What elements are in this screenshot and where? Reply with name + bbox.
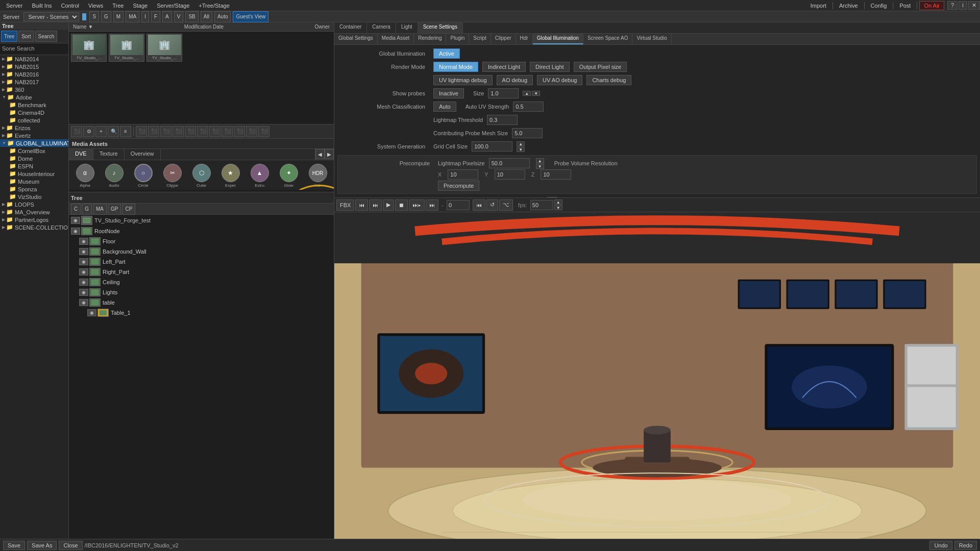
probe-x-value[interactable] (448, 169, 478, 180)
tree-item-scene-collection[interactable]: ▶📁SCENE-COLLECTION (0, 223, 68, 231)
anim-frame-controls[interactable]: ⏮ (473, 199, 485, 211)
show-probes-btn[interactable]: Inactive (433, 88, 464, 98)
tree-item-360[interactable]: ▶📁360 (0, 86, 68, 93)
anim-prev-start-btn[interactable]: ⏮ (355, 199, 368, 211)
auto-btn[interactable]: Auto (214, 11, 231, 22)
lightmap-px-value[interactable] (489, 158, 530, 168)
anim-fps-down-btn[interactable]: ▼ (554, 205, 562, 210)
st-tab-cp[interactable]: GP (108, 204, 121, 215)
tree-item-erizos[interactable]: ▶📁Erizos (0, 124, 68, 132)
stab-screen-space-ao[interactable]: Screen Space AO (583, 34, 633, 44)
st-item-background_wall[interactable]: ◉ Background_Wall (69, 246, 334, 257)
tree-item-nab2016[interactable]: ▶📁NAB2016 (0, 70, 68, 78)
tb-icon-4[interactable]: 🔍 (108, 126, 119, 137)
thumb-3[interactable]: 🏢 TV_Studio_... (146, 34, 182, 62)
col-mod-date[interactable]: Modification Date (182, 24, 226, 30)
tree-item-global_illuminat[interactable]: ▼📁GLOBAL_ILLUMINAT (0, 139, 68, 147)
direct-light-btn[interactable]: Direct Light (530, 62, 570, 72)
ma-icon-circle[interactable]: ○ Circle (129, 162, 157, 190)
m-btn[interactable]: M (113, 11, 124, 22)
tb-icon-6[interactable]: ⬛ (136, 126, 147, 137)
tb-icon-5[interactable]: ≡ (120, 126, 131, 137)
tree-item-adobe[interactable]: ▼📁Adobe (0, 93, 68, 101)
stab-rendering[interactable]: Rendering (414, 34, 446, 44)
st-item-lights[interactable]: ◉ Lights (69, 287, 334, 297)
ma-btn[interactable]: MA (126, 11, 139, 22)
tb-icon-3[interactable]: + (95, 126, 107, 137)
st-eye-6[interactable]: ◉ (79, 289, 88, 296)
st-tab-ma[interactable]: G (82, 204, 92, 215)
st-tab-c[interactable]: C (71, 204, 81, 215)
st-eye-0[interactable]: ◉ (71, 228, 80, 235)
st-eye-7[interactable]: ◉ (79, 299, 88, 306)
lpx-down-btn[interactable]: ▼ (536, 164, 544, 169)
tb-icon-7[interactable]: ⬛ (148, 126, 159, 137)
panel-tab-camera[interactable]: Camera (367, 22, 396, 33)
mesh-class-auto-btn[interactable]: Auto (433, 102, 456, 112)
anim-frame-input[interactable] (447, 200, 470, 210)
v-btn[interactable]: V (174, 11, 184, 22)
tree-item-nab2014[interactable]: ▶📁NAB2014 (0, 55, 68, 63)
ma-icon-clippe[interactable]: ✂ Clippe (158, 162, 186, 190)
tb-icon-1[interactable]: ⬛ (71, 126, 82, 137)
st-root-eye[interactable]: ◉ (71, 217, 80, 224)
stab-virtual-studio[interactable]: Virtual Studio (632, 34, 671, 44)
tb-icon-12[interactable]: ⬛ (209, 126, 220, 137)
tree-item-espn[interactable]: 📁ESPN (0, 162, 68, 170)
st-eye-4[interactable]: ◉ (79, 268, 88, 276)
st-eye-8[interactable]: ◉ (87, 309, 96, 316)
ma-icon-hdr[interactable]: HDR Hdr (304, 162, 332, 190)
stab-global-settings[interactable]: Global Settings (334, 34, 378, 44)
close-button[interactable]: Close (59, 541, 82, 550)
anim-fps-input[interactable] (530, 200, 553, 210)
grid-down-btn[interactable]: ▼ (517, 147, 525, 152)
menu-tree[interactable]: Tree (108, 2, 128, 10)
st-eye-5[interactable]: ◉ (79, 279, 88, 286)
menu-control[interactable]: Control (57, 2, 83, 10)
tree-item-cinema4d[interactable]: 📁Cinema4D (0, 109, 68, 116)
guests-view-btn[interactable]: Guest's View (233, 11, 268, 22)
i-btn[interactable]: I (141, 11, 149, 22)
tree-item-cornellbox[interactable]: 📁CornellBox (0, 147, 68, 155)
st-tab-sm[interactable]: CP (122, 204, 135, 215)
indirect-light-btn[interactable]: Indirect Light (482, 62, 526, 72)
tree-item-museum[interactable]: 📁Museum (0, 178, 68, 185)
save-as-button[interactable]: Save As (27, 541, 57, 550)
g-btn[interactable]: G (101, 11, 111, 22)
menu-stage[interactable]: Stage (129, 2, 152, 10)
tree-search-btn[interactable]: Search (35, 31, 58, 42)
tree-item-loops[interactable]: ▶📁LOOPS (0, 201, 68, 208)
a-btn[interactable]: A (162, 11, 172, 22)
tb-icon-10[interactable]: ⬛ (185, 126, 196, 137)
st-eye-2[interactable]: ◉ (79, 248, 88, 255)
tree-item-nab2015[interactable]: ▶📁NAB2015 (0, 63, 68, 70)
tb-icon-16[interactable]: ⬛ (258, 126, 270, 137)
stab-clipper[interactable]: Clipper (491, 34, 516, 44)
st-tab-gp[interactable]: MA (93, 204, 107, 215)
st-item-ceiling[interactable]: ◉ Ceiling (69, 277, 334, 287)
tb-icon-11[interactable]: ⬛ (197, 126, 208, 137)
ma-icon-exper[interactable]: ★ Exper (216, 162, 244, 190)
st-item-left_part[interactable]: ◉ Left_Part (69, 257, 334, 267)
size-value[interactable] (488, 88, 519, 98)
ma-tab-texture[interactable]: Texture (93, 149, 125, 160)
tree-sort-btn[interactable]: Sort (18, 31, 34, 42)
st-item-table_1[interactable]: ◉ Table_1 (69, 308, 334, 318)
menu-import[interactable]: Import (806, 2, 830, 10)
tb-icon-13[interactable]: ⬛ (222, 126, 233, 137)
col-owner[interactable]: Owner (313, 24, 332, 30)
tree-tree-btn[interactable]: Tree (1, 31, 17, 42)
anim-end-btn[interactable]: ⏭ (426, 199, 438, 211)
stab-hdr[interactable]: Hdr (516, 34, 533, 44)
help-icon[interactable]: ? (947, 1, 958, 10)
s-btn[interactable]: S (89, 11, 99, 22)
size-up-btn[interactable]: ▲ (523, 91, 531, 96)
stab-media-asset[interactable]: Media Asset (378, 34, 414, 44)
anim-play-btn[interactable]: ▶ (383, 199, 394, 211)
anim-loop-btn[interactable]: ↺ (486, 199, 498, 211)
stab-script[interactable]: Script (469, 34, 491, 44)
redo-button[interactable]: Redo (954, 541, 977, 550)
menu-builtins[interactable]: Built Ins (28, 2, 56, 10)
contrib-probe-value[interactable] (512, 128, 543, 138)
ma-scroll-left[interactable]: ◀ (315, 149, 325, 159)
